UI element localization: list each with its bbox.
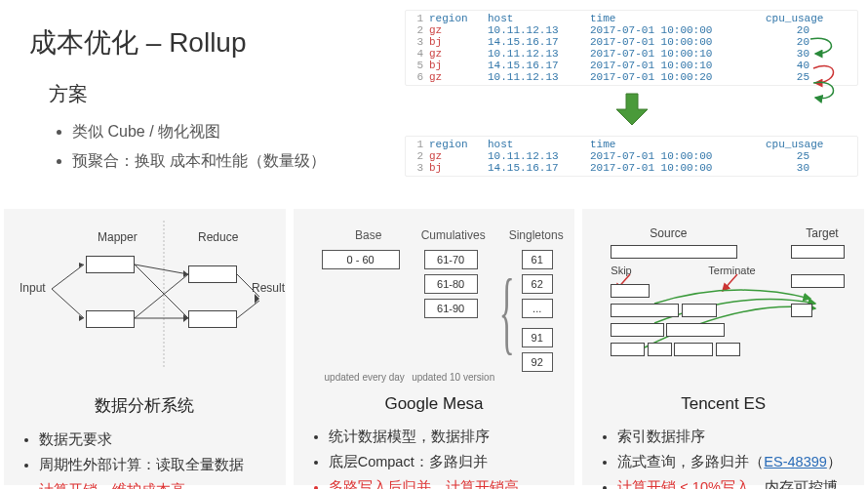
bullet: 底层Compact：多路归并	[329, 449, 562, 474]
hdr-singletons: Singletons	[502, 228, 571, 242]
panel1-bullets: 数据无要求 周期性外部计算：读取全量数据 计算开销、维护成本高	[25, 427, 272, 489]
intro-bullet: 类似 Cube / 物化视图	[72, 117, 390, 146]
slide-title: 成本优化 – Rollup	[29, 24, 390, 61]
result-label: Result	[252, 281, 285, 295]
intro-bullet: 预聚合：换取 成本和性能（数量级）	[72, 146, 390, 176]
intro-bullet-list: 类似 Cube / 物化视图 预聚合：换取 成本和性能（数量级）	[59, 117, 390, 177]
panel-google-mesa: Base Cumulatives Singletons 0 - 60 61-70…	[294, 209, 575, 485]
swirl-arrows-icon	[806, 29, 854, 117]
slide-subtitle: 方案	[49, 81, 390, 107]
terminate-label: Terminate	[708, 265, 755, 276]
slide-header-block: 成本优化 – Rollup 方案 类似 Cube / 物化视图 预聚合：换取 成…	[29, 24, 390, 177]
panel2-title: Google Mesa	[307, 394, 562, 414]
table-before: 1 region host time cpu_usage 2gz10.11.12…	[405, 10, 858, 86]
panel-tencent-es: Source Target Skip Terminate Tencent ES …	[582, 209, 864, 485]
es-diagram: Source Target Skip Terminate	[596, 221, 850, 387]
brace-icon: {	[498, 289, 514, 336]
svg-line-3	[52, 289, 84, 318]
svg-line-8	[135, 274, 188, 318]
panel3-title: Tencent ES	[596, 394, 850, 414]
bullet: 流式查询，多路归并（ES-48399）	[617, 449, 850, 474]
input-label: Input	[20, 281, 46, 295]
bullet: 周期性外部计算：读取全量数据	[39, 452, 272, 477]
panel-row: Mapper Reduce Input Result 数据分析系统 数据无要求 …	[0, 205, 868, 489]
mesa-diagram: Base Cumulatives Singletons 0 - 60 61-70…	[307, 221, 562, 387]
bullet: 索引数据排序	[617, 424, 850, 449]
svg-line-1	[52, 265, 84, 289]
panel3-bullets: 索引数据排序 流式查询，多路归并（ES-48399） 计算开销 < 10%写入，…	[604, 424, 850, 489]
bullet: 统计数据模型，数据排序	[329, 424, 562, 449]
bullet-red: 多路写入后归并，计算开销高	[329, 474, 562, 489]
mapreduce-diagram: Mapper Reduce Input Result	[18, 221, 272, 387]
target-label: Target	[806, 226, 838, 240]
panel-data-analysis: Mapper Reduce Input Result 数据分析系统 数据无要求 …	[4, 209, 286, 485]
reduce-label: Reduce	[198, 230, 238, 244]
panel2-bullets: 统计数据模型，数据排序 底层Compact：多路归并 多路写入后归并，计算开销高	[315, 424, 562, 489]
panel1-title: 数据分析系统	[18, 394, 272, 417]
bullet-red: 计算开销 < 10%写入，内存可控博客	[617, 474, 850, 489]
svg-line-12	[237, 301, 259, 318]
bullet: 数据无要求	[39, 427, 272, 452]
svg-line-15	[723, 274, 737, 291]
source-label: Source	[650, 226, 687, 240]
rollup-tables: 1 region host time cpu_usage 2gz10.11.12…	[405, 10, 858, 177]
bullet-red: 计算开销、维护成本高	[39, 477, 272, 489]
es-issue-link[interactable]: ES-48399	[764, 454, 827, 469]
mapper-label: Mapper	[98, 230, 138, 244]
skip-label: Skip	[611, 265, 631, 276]
table-after: 1 region host time cpu_usage 2gz10.11.12…	[405, 136, 858, 177]
hdr-cumulatives: Cumulatives	[419, 228, 488, 242]
arrow-down-icon	[405, 92, 858, 130]
hdr-base: Base	[335, 228, 403, 242]
